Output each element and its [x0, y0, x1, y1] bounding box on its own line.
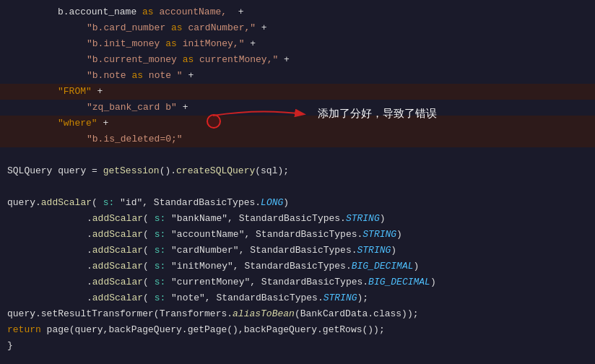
code-line-1: b.account_name as accountName, + — [0, 4, 595, 20]
code-line-21: return page(query,backPageQuery.getPage(… — [0, 322, 595, 338]
code-line-13: query.addScalar( s: "id", StandardBasicT… — [0, 195, 595, 211]
code-editor: b.account_name as accountName, + "b.card… — [0, 0, 595, 364]
code-line-17: .addScalar( s: "initMoney", StandardBasi… — [0, 259, 595, 274]
annotation-text: 添加了分好，导致了错误 — [318, 107, 437, 121]
code-line-22: } — [0, 338, 595, 354]
code-line-14: .addScalar( s: "bankName", StandardBasic… — [0, 211, 595, 227]
code-line-6: "FROM" + — [0, 84, 595, 100]
code-line-10 — [0, 147, 595, 163]
code-line-11: SQLQuery query = getSession().createSQLQ… — [0, 163, 595, 179]
code-line-2: "b.card_number as cardNumber," + — [0, 20, 595, 36]
code-line-16: .addScalar( s: "cardNumber", StandardBas… — [0, 243, 595, 259]
code-line-12 — [0, 179, 595, 195]
code-line-20: query.setResultTransformer(Transformers.… — [0, 306, 595, 322]
code-line-3: "b.init_money as initMoney," + — [0, 36, 595, 52]
code-line-18: .addScalar( s: "currentMoney", StandardB… — [0, 274, 595, 290]
code-line-4: "b.current_money as currentMoney," + — [0, 52, 595, 68]
code-line-15: .addScalar( s: "accountName", StandardBa… — [0, 227, 595, 243]
code-line-5: "b.note as note " + — [0, 68, 595, 84]
code-line-19: .addScalar( s: "note", StandardBasicType… — [0, 290, 595, 306]
